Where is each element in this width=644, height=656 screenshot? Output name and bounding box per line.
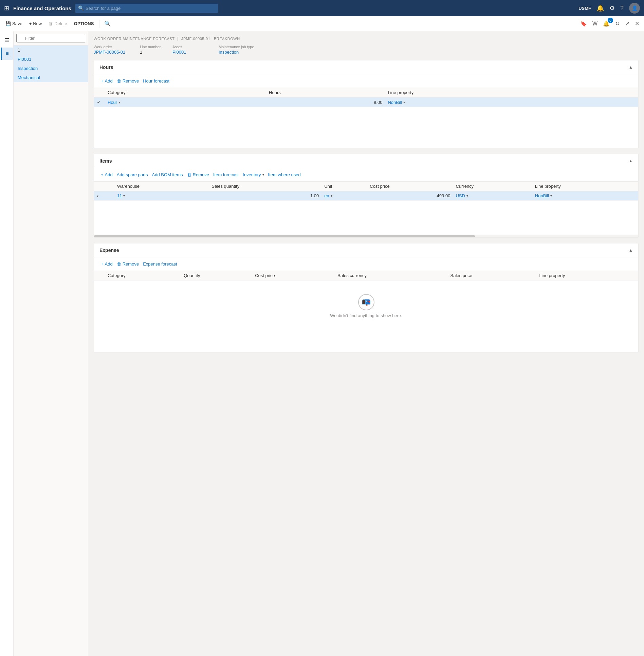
breadcrumb-record: JPMF-00005-01 : BREAKDOWN [181, 37, 240, 41]
search-wrapper: 🔍 [75, 4, 218, 13]
items-add-button[interactable]: + Add [99, 171, 114, 179]
hours-section-header[interactable]: Hours ▲ [94, 60, 638, 74]
item-forecast-button[interactable]: Item forecast [212, 171, 240, 179]
line-number-value: 1 [140, 50, 167, 55]
asset-label: Asset [172, 45, 213, 49]
close-icon[interactable]: ✕ [633, 19, 641, 28]
hours-action-bar: + Add 🗑 Remove Hour forecast [94, 74, 638, 88]
notification-badge-wrapper: 🔔 0 [601, 19, 612, 28]
items-horizontal-scrollbar[interactable] [94, 235, 638, 237]
sidebar-item-1[interactable]: 1 [14, 45, 88, 55]
bookmark-icon[interactable]: 🔖 [578, 19, 589, 28]
item-where-used-button[interactable]: Item where used [267, 171, 302, 179]
table-row: ✓ Hour ▾ 8.00 NonBill [94, 97, 638, 107]
refresh-icon[interactable]: ↻ [613, 19, 622, 28]
sidebar-item-pi0001[interactable]: Pi0001 [14, 55, 88, 64]
expense-line-property-header: Line property [536, 271, 638, 280]
help-icon[interactable]: ? [620, 5, 624, 12]
items-row-warehouse: 11 ▾ [114, 191, 209, 201]
breadcrumb-header: WORK ORDER MAINTENANCE FORECAST | JPMF-0… [94, 37, 639, 41]
plus-icon-expense: + [101, 261, 104, 267]
expense-section-header[interactable]: Expense ▲ [94, 243, 638, 257]
delete-icon: 🗑 [49, 21, 53, 26]
items-row-currency: USD ▾ [453, 191, 532, 201]
nav-item-number: 1 [18, 48, 20, 53]
inventory-chevron-icon: ▾ [262, 173, 264, 177]
add-bom-items-button[interactable]: Add BOM items [151, 171, 184, 179]
nav-filter-input[interactable] [16, 34, 85, 42]
main-layout: ☰ ≡ 🔍 1 Pi0001 Inspection Mechanical WOR… [0, 31, 644, 656]
checkmark-icon: ✓ [97, 99, 101, 105]
items-table-header: Warehouse Sales quantity Unit Cost price… [94, 182, 638, 191]
line-number-label: Line number [140, 45, 167, 49]
items-empty-space [94, 201, 638, 235]
hours-hours-header: Hours [266, 88, 385, 97]
toolbar: 💾 Save + New 🗑 Delete OPTIONS 🔍 🔖 W 🔔 0 … [0, 16, 644, 31]
save-button[interactable]: 💾 Save [3, 20, 25, 28]
expense-add-button[interactable]: + Add [99, 260, 114, 268]
toolbar-right: 🔖 W 🔔 0 ↻ ⤢ ✕ [578, 19, 641, 28]
hours-empty-space [94, 107, 638, 148]
nav-item-inspection-label: Inspection [18, 66, 38, 71]
top-nav-right: USMF 🔔 ⚙ ? 👤 [578, 3, 640, 14]
trash-icon-expense: 🗑 [117, 261, 121, 267]
expense-collapse-icon[interactable]: ▲ [629, 248, 633, 253]
plus-icon-items: + [101, 172, 104, 177]
expense-table-header: Category Quantity Cost price Sales curre… [94, 271, 638, 280]
avatar[interactable]: 👤 [629, 3, 640, 14]
items-row-line-property: NonBill ▾ [532, 191, 638, 201]
unit-dropdown[interactable]: ea ▾ [324, 193, 364, 198]
bell-icon[interactable]: 🔔 [596, 4, 604, 12]
expense-forecast-button[interactable]: Expense forecast [142, 260, 178, 268]
expense-section-content: + Add 🗑 Remove Expense forecast [94, 257, 638, 352]
items-collapse-icon[interactable]: ▲ [629, 159, 633, 163]
expense-sales-price-header: Sales price [448, 271, 537, 280]
warehouse-dropdown[interactable]: 11 ▾ [117, 193, 206, 198]
sidebar-item-inspection[interactable]: Inspection [14, 64, 88, 73]
grid-icon[interactable]: ⊞ [4, 4, 9, 12]
maintenance-job-type-value[interactable]: Inspection [219, 50, 259, 55]
separator [99, 20, 99, 28]
currency-dropdown[interactable]: USD ▾ [456, 193, 529, 198]
items-sales-qty-header: Sales quantity [209, 182, 321, 191]
chevron-down-icon-items[interactable]: ▾ [97, 194, 98, 198]
asset-value[interactable]: Pi0001 [172, 50, 213, 55]
currency-chevron-icon: ▾ [466, 194, 468, 198]
sidebar-item-mechanical[interactable]: Mechanical [14, 73, 88, 82]
items-remove-button[interactable]: 🗑 Remove [186, 171, 210, 179]
items-action-bar: + Add Add spare parts Add BOM items 🗑 Re… [94, 168, 638, 182]
expense-section: Expense ▲ + Add 🗑 Remove Expense forecas… [94, 243, 639, 352]
inventory-button[interactable]: Inventory ▾ [241, 171, 265, 179]
work-order-value[interactable]: JPMF-00005-01 [94, 50, 134, 55]
items-line-property-header: Line property [532, 182, 638, 191]
form-fields-row: Work order JPMF-00005-01 Line number 1 A… [94, 45, 639, 55]
sidebar-list-icon[interactable]: ≡ [1, 48, 13, 60]
hours-remove-button[interactable]: 🗑 Remove [115, 77, 140, 85]
expense-remove-button[interactable]: 🗑 Remove [115, 260, 140, 268]
line-property-dropdown[interactable]: NonBill ▾ [388, 100, 598, 105]
search-input[interactable] [75, 4, 218, 13]
items-section-header[interactable]: Items ▲ [94, 154, 638, 168]
word-icon[interactable]: W [590, 19, 600, 28]
expand-icon[interactable]: ⤢ [623, 19, 631, 28]
category-dropdown[interactable]: Hour ▾ [108, 100, 263, 105]
items-row-cost-price: 499.00 [367, 191, 453, 201]
search-icon: 🔍 [78, 5, 84, 11]
new-button[interactable]: + New [26, 20, 45, 28]
items-line-property-dropdown[interactable]: NonBill ▾ [535, 193, 636, 198]
hours-add-button[interactable]: + Add [99, 77, 114, 85]
search-toolbar-icon[interactable]: 🔍 [102, 19, 113, 28]
hours-section-title: Hours [99, 65, 113, 70]
delete-button[interactable]: 🗑 Delete [46, 20, 70, 28]
options-label: OPTIONS [71, 20, 97, 28]
add-spare-parts-button[interactable]: Add spare parts [115, 171, 149, 179]
hour-forecast-button[interactable]: Hour forecast [142, 77, 171, 85]
settings-icon[interactable]: ⚙ [609, 4, 615, 12]
sidebar-menu-icon[interactable]: ☰ [1, 34, 13, 46]
work-order-field: Work order JPMF-00005-01 [94, 45, 134, 55]
asset-field: Asset Pi0001 [172, 45, 213, 55]
expense-sales-currency-header: Sales currency [335, 271, 447, 280]
expense-section-title: Expense [99, 248, 119, 253]
hours-collapse-icon[interactable]: ▲ [629, 65, 633, 70]
items-line-property-chevron: ▾ [550, 194, 552, 198]
